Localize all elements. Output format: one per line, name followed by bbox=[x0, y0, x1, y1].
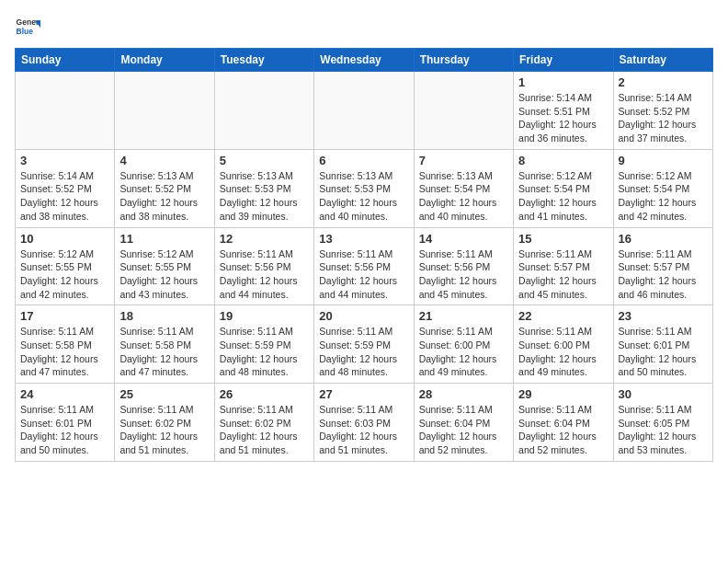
calendar-cell: 7Sunrise: 5:13 AM Sunset: 5:54 PM Daylig… bbox=[414, 149, 513, 227]
day-number: 8 bbox=[518, 154, 608, 167]
calendar-cell: 15Sunrise: 5:11 AM Sunset: 5:57 PM Dayli… bbox=[514, 227, 613, 305]
day-info: Sunrise: 5:11 AM Sunset: 5:59 PM Dayligh… bbox=[319, 325, 408, 379]
calendar-cell: 24Sunrise: 5:11 AM Sunset: 6:01 PM Dayli… bbox=[16, 384, 115, 462]
day-info: Sunrise: 5:11 AM Sunset: 6:05 PM Dayligh… bbox=[619, 403, 708, 457]
calendar-cell: 20Sunrise: 5:11 AM Sunset: 5:59 PM Dayli… bbox=[314, 305, 414, 384]
calendar-cell: 3Sunrise: 5:14 AM Sunset: 5:52 PM Daylig… bbox=[16, 149, 115, 227]
calendar-cell: 29Sunrise: 5:11 AM Sunset: 6:04 PM Dayli… bbox=[514, 384, 613, 462]
calendar-cell: 1Sunrise: 5:14 AM Sunset: 5:51 PM Daylig… bbox=[514, 72, 613, 150]
day-info: Sunrise: 5:12 AM Sunset: 5:55 PM Dayligh… bbox=[20, 247, 109, 302]
day-number: 9 bbox=[619, 154, 708, 167]
day-number: 18 bbox=[119, 309, 209, 323]
day-info: Sunrise: 5:11 AM Sunset: 5:56 PM Dayligh… bbox=[419, 247, 508, 302]
day-number: 25 bbox=[119, 387, 209, 401]
day-info: Sunrise: 5:11 AM Sunset: 6:02 PM Dayligh… bbox=[119, 403, 209, 457]
calendar-week-row: 1Sunrise: 5:14 AM Sunset: 5:51 PM Daylig… bbox=[16, 72, 713, 150]
day-info: Sunrise: 5:12 AM Sunset: 5:54 PM Dayligh… bbox=[518, 169, 608, 224]
day-info: Sunrise: 5:11 AM Sunset: 5:56 PM Dayligh… bbox=[319, 247, 408, 302]
day-number: 5 bbox=[220, 154, 309, 167]
day-info: Sunrise: 5:13 AM Sunset: 5:53 PM Dayligh… bbox=[319, 169, 408, 224]
calendar-cell: 4Sunrise: 5:13 AM Sunset: 5:52 PM Daylig… bbox=[115, 149, 214, 227]
day-info: Sunrise: 5:14 AM Sunset: 5:52 PM Dayligh… bbox=[20, 169, 109, 224]
day-number: 24 bbox=[20, 387, 109, 401]
day-info: Sunrise: 5:13 AM Sunset: 5:54 PM Dayligh… bbox=[419, 169, 508, 224]
day-of-week-header: Monday bbox=[115, 49, 214, 72]
calendar-cell: 18Sunrise: 5:11 AM Sunset: 5:58 PM Dayli… bbox=[115, 305, 214, 384]
day-number: 21 bbox=[419, 309, 508, 323]
day-info: Sunrise: 5:11 AM Sunset: 6:01 PM Dayligh… bbox=[619, 325, 708, 379]
day-number: 4 bbox=[119, 154, 209, 167]
day-number: 15 bbox=[518, 232, 608, 246]
calendar-cell bbox=[214, 72, 313, 150]
logo-icon: General Blue bbox=[15, 15, 40, 40]
day-of-week-header: Tuesday bbox=[214, 49, 313, 72]
calendar-cell: 2Sunrise: 5:14 AM Sunset: 5:52 PM Daylig… bbox=[613, 72, 712, 150]
calendar-cell: 12Sunrise: 5:11 AM Sunset: 5:56 PM Dayli… bbox=[214, 227, 313, 305]
day-info: Sunrise: 5:14 AM Sunset: 5:51 PM Dayligh… bbox=[518, 91, 608, 145]
calendar-cell: 9Sunrise: 5:12 AM Sunset: 5:54 PM Daylig… bbox=[613, 149, 712, 227]
day-number: 17 bbox=[20, 309, 109, 323]
calendar-cell: 6Sunrise: 5:13 AM Sunset: 5:53 PM Daylig… bbox=[314, 149, 414, 227]
day-info: Sunrise: 5:11 AM Sunset: 5:58 PM Dayligh… bbox=[20, 325, 109, 379]
calendar-cell: 19Sunrise: 5:11 AM Sunset: 5:59 PM Dayli… bbox=[214, 305, 313, 384]
calendar-cell bbox=[314, 72, 414, 150]
day-info: Sunrise: 5:13 AM Sunset: 5:52 PM Dayligh… bbox=[119, 169, 209, 224]
calendar-week-row: 17Sunrise: 5:11 AM Sunset: 5:58 PM Dayli… bbox=[16, 305, 713, 384]
day-number: 11 bbox=[119, 232, 209, 246]
day-info: Sunrise: 5:11 AM Sunset: 6:04 PM Dayligh… bbox=[518, 403, 608, 457]
day-number: 10 bbox=[20, 232, 109, 246]
day-info: Sunrise: 5:11 AM Sunset: 5:59 PM Dayligh… bbox=[220, 325, 309, 379]
calendar-cell bbox=[414, 72, 513, 150]
day-number: 12 bbox=[220, 232, 309, 246]
day-of-week-header: Saturday bbox=[613, 49, 712, 72]
day-number: 2 bbox=[619, 75, 708, 89]
day-number: 19 bbox=[220, 309, 309, 323]
calendar-cell: 30Sunrise: 5:11 AM Sunset: 6:05 PM Dayli… bbox=[613, 384, 712, 462]
day-number: 27 bbox=[319, 387, 408, 401]
day-number: 22 bbox=[518, 309, 608, 323]
day-number: 13 bbox=[319, 232, 408, 246]
day-info: Sunrise: 5:11 AM Sunset: 5:57 PM Dayligh… bbox=[619, 247, 708, 302]
calendar-table: SundayMondayTuesdayWednesdayThursdayFrid… bbox=[15, 48, 713, 462]
day-number: 7 bbox=[419, 154, 508, 167]
day-number: 30 bbox=[619, 387, 708, 401]
day-of-week-header: Thursday bbox=[414, 49, 513, 72]
logo: General Blue bbox=[15, 15, 40, 40]
day-info: Sunrise: 5:14 AM Sunset: 5:52 PM Dayligh… bbox=[619, 91, 708, 145]
day-number: 1 bbox=[518, 75, 608, 89]
day-of-week-header: Friday bbox=[514, 49, 613, 72]
calendar-cell: 16Sunrise: 5:11 AM Sunset: 5:57 PM Dayli… bbox=[613, 227, 712, 305]
day-info: Sunrise: 5:11 AM Sunset: 6:01 PM Dayligh… bbox=[20, 403, 109, 457]
calendar-week-row: 10Sunrise: 5:12 AM Sunset: 5:55 PM Dayli… bbox=[16, 227, 713, 305]
day-info: Sunrise: 5:13 AM Sunset: 5:53 PM Dayligh… bbox=[220, 169, 309, 224]
calendar-cell: 27Sunrise: 5:11 AM Sunset: 6:03 PM Dayli… bbox=[314, 384, 414, 462]
calendar-cell: 26Sunrise: 5:11 AM Sunset: 6:02 PM Dayli… bbox=[214, 384, 313, 462]
day-number: 23 bbox=[619, 309, 708, 323]
svg-text:Blue: Blue bbox=[17, 27, 34, 36]
day-info: Sunrise: 5:11 AM Sunset: 5:56 PM Dayligh… bbox=[220, 247, 309, 302]
day-number: 28 bbox=[419, 387, 508, 401]
day-info: Sunrise: 5:11 AM Sunset: 6:03 PM Dayligh… bbox=[319, 403, 408, 457]
calendar-week-row: 3Sunrise: 5:14 AM Sunset: 5:52 PM Daylig… bbox=[16, 149, 713, 227]
day-info: Sunrise: 5:11 AM Sunset: 6:00 PM Dayligh… bbox=[518, 325, 608, 379]
day-info: Sunrise: 5:11 AM Sunset: 5:58 PM Dayligh… bbox=[119, 325, 209, 379]
day-number: 26 bbox=[220, 387, 309, 401]
page-header: General Blue bbox=[15, 15, 713, 40]
calendar-cell: 25Sunrise: 5:11 AM Sunset: 6:02 PM Dayli… bbox=[115, 384, 214, 462]
calendar-cell: 5Sunrise: 5:13 AM Sunset: 5:53 PM Daylig… bbox=[214, 149, 313, 227]
day-info: Sunrise: 5:11 AM Sunset: 6:04 PM Dayligh… bbox=[419, 403, 508, 457]
day-info: Sunrise: 5:11 AM Sunset: 6:02 PM Dayligh… bbox=[220, 403, 309, 457]
day-info: Sunrise: 5:11 AM Sunset: 5:57 PM Dayligh… bbox=[518, 247, 608, 302]
day-info: Sunrise: 5:11 AM Sunset: 6:00 PM Dayligh… bbox=[419, 325, 508, 379]
day-number: 16 bbox=[619, 232, 708, 246]
day-of-week-header: Wednesday bbox=[314, 49, 414, 72]
calendar-cell: 23Sunrise: 5:11 AM Sunset: 6:01 PM Dayli… bbox=[613, 305, 712, 384]
day-info: Sunrise: 5:12 AM Sunset: 5:55 PM Dayligh… bbox=[119, 247, 209, 302]
day-of-week-header: Sunday bbox=[16, 49, 115, 72]
calendar-cell: 14Sunrise: 5:11 AM Sunset: 5:56 PM Dayli… bbox=[414, 227, 513, 305]
calendar-cell: 22Sunrise: 5:11 AM Sunset: 6:00 PM Dayli… bbox=[514, 305, 613, 384]
calendar-cell bbox=[16, 72, 115, 150]
day-number: 29 bbox=[518, 387, 608, 401]
day-number: 6 bbox=[319, 154, 408, 167]
calendar-cell: 13Sunrise: 5:11 AM Sunset: 5:56 PM Dayli… bbox=[314, 227, 414, 305]
